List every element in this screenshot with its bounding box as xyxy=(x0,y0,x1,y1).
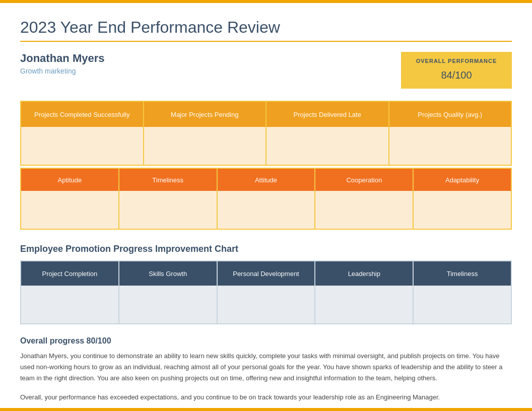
stat-header: Projects Delivered Late xyxy=(267,102,388,127)
promo-header: Leadership xyxy=(315,261,413,286)
promotion-grid: Project Completion Skills Growth Persona… xyxy=(20,260,512,324)
promo-cell: Project Completion xyxy=(21,261,119,324)
promo-header: Project Completion xyxy=(21,261,118,286)
attr-cell: Attitude xyxy=(217,168,315,229)
stats-grid: Projects Completed Successfully Major Pr… xyxy=(20,101,512,166)
overall-progress-title: Overall progress 80/100 xyxy=(20,336,512,346)
score-value: 84 xyxy=(441,70,452,81)
attr-cell: Cooperation xyxy=(315,168,413,229)
stat-header: Major Projects Pending xyxy=(144,102,266,127)
promo-body xyxy=(315,286,413,323)
attr-header: Attitude xyxy=(218,169,315,191)
title-divider xyxy=(20,41,512,42)
promo-body xyxy=(119,286,217,323)
attr-body xyxy=(414,191,511,229)
promotion-chart-title: Employee Promotion Progress Improvement … xyxy=(20,244,512,254)
stat-header: Projects Quality (avg.) xyxy=(389,102,511,127)
promo-header: Timeliness xyxy=(414,261,511,286)
stat-cell: Projects Delivered Late xyxy=(266,101,389,165)
stat-body xyxy=(389,127,511,165)
header-row: Jonathan Myers Growth marketing OVERALL … xyxy=(20,52,512,89)
promo-cell: Timeliness xyxy=(413,261,511,324)
stat-cell: Major Projects Pending xyxy=(144,101,267,165)
promo-body xyxy=(21,286,118,323)
promo-body xyxy=(414,286,511,323)
overall-label: OVERALL PERFORMANCE xyxy=(413,58,500,64)
promo-body xyxy=(218,286,315,323)
attr-cell: Adaptability xyxy=(413,168,511,229)
overall-progress-paragraph1: Jonathan Myers, you continue to demonstr… xyxy=(20,351,512,384)
stat-cell: Projects Quality (avg.) xyxy=(389,101,512,165)
stat-cell: Projects Completed Successfully xyxy=(21,101,144,165)
promo-cell: Skills Growth xyxy=(119,261,217,324)
bottom-bar xyxy=(0,408,532,411)
attr-header: Adaptability xyxy=(414,169,511,191)
stat-body xyxy=(267,127,388,165)
overall-badge: OVERALL PERFORMANCE 84/100 xyxy=(401,52,512,89)
promo-cell: Leadership xyxy=(315,261,413,324)
employee-info: Jonathan Myers Growth marketing xyxy=(20,52,105,75)
attr-cell: Aptitude xyxy=(21,168,119,229)
attr-header: Aptitude xyxy=(21,169,118,191)
main-container: 2023 Year End Performance Review Jonatha… xyxy=(0,3,532,411)
page-title: 2023 Year End Performance Review xyxy=(20,18,512,37)
promo-cell: Personal Development xyxy=(217,261,315,324)
attr-header: Timeliness xyxy=(119,169,217,191)
promo-header: Personal Development xyxy=(218,261,315,286)
stat-body xyxy=(144,127,266,165)
attributes-grid: Aptitude Timeliness Attitude Cooperation… xyxy=(20,168,512,230)
score-out-of: /100 xyxy=(452,70,472,81)
attr-header: Cooperation xyxy=(315,169,413,191)
overall-progress-paragraph2: Overall, your performance has exceeded e… xyxy=(20,392,512,403)
attr-body xyxy=(315,191,413,229)
promo-header: Skills Growth xyxy=(119,261,217,286)
attr-body xyxy=(119,191,217,229)
overall-score: 84/100 xyxy=(413,64,500,83)
stat-body xyxy=(21,127,143,165)
stat-header: Projects Completed Successfully xyxy=(21,102,143,127)
attr-body xyxy=(218,191,315,229)
attr-body xyxy=(21,191,118,229)
employee-name: Jonathan Myers xyxy=(20,52,105,65)
employee-role: Growth marketing xyxy=(20,67,105,75)
attr-cell: Timeliness xyxy=(119,168,217,229)
